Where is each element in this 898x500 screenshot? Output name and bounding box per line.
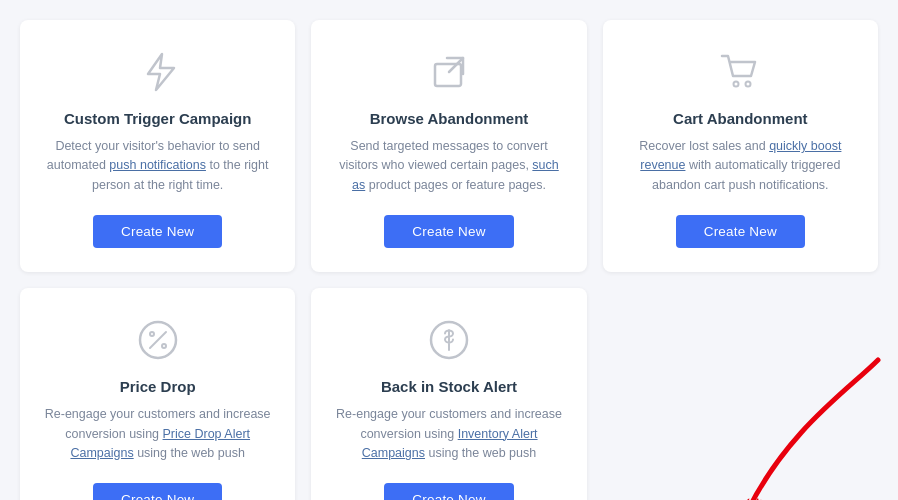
create-new-button[interactable]: Create New [384, 483, 513, 500]
card-description: Send targeted messages to convert visito… [335, 137, 562, 195]
card-back-in-stock: Back in Stock Alert Re-engage your custo… [311, 288, 586, 500]
card-browse-abandonment: Browse Abandonment Send targeted message… [311, 20, 586, 272]
lightning-icon [134, 48, 182, 96]
card-title: Custom Trigger Campaign [64, 110, 252, 127]
card-title: Back in Stock Alert [381, 378, 517, 395]
card-cart-abandonment: Cart Abandonment Recover lost sales and … [603, 20, 878, 272]
card-description: Re-engage your customers and increase co… [335, 405, 562, 463]
create-new-button[interactable]: Create New [93, 215, 222, 248]
card-title: Cart Abandonment [673, 110, 807, 127]
card-description: Detect your visitor's behavior to send a… [44, 137, 271, 195]
external-link-icon [425, 48, 473, 96]
dollar-icon [425, 316, 473, 364]
svg-point-2 [746, 82, 751, 87]
card-description: Re-engage your customers and increase co… [44, 405, 271, 463]
svg-point-4 [150, 332, 154, 336]
card-description: Recover lost sales and quickly boost rev… [627, 137, 854, 195]
percent-icon [134, 316, 182, 364]
card-title: Browse Abandonment [370, 110, 529, 127]
create-new-button[interactable]: Create New [93, 483, 222, 500]
svg-rect-0 [435, 64, 461, 86]
svg-point-1 [734, 82, 739, 87]
create-new-button[interactable]: Create New [676, 215, 805, 248]
card-price-drop: Price Drop Re-engage your customers and … [20, 288, 295, 500]
svg-point-5 [162, 344, 166, 348]
card-title: Price Drop [120, 378, 196, 395]
create-new-button[interactable]: Create New [384, 215, 513, 248]
cart-icon [716, 48, 764, 96]
card-custom-trigger: Custom Trigger Campaign Detect your visi… [20, 20, 295, 272]
